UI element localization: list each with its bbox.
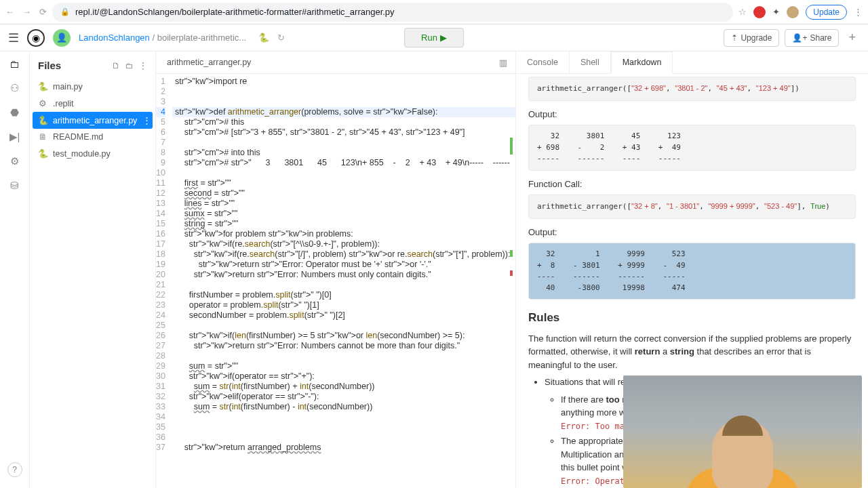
file-item[interactable]: 🐍arithmetic_arranger.py⋮ <box>33 112 153 129</box>
puzzle-icon[interactable]: ✦ <box>772 7 780 17</box>
new-folder-icon[interactable]: 🗀 <box>125 61 134 70</box>
file-item[interactable]: 🗎README.md <box>30 129 155 145</box>
code-block-out2: 32 1 9999 523 + 8 - 3801 + 9999 - 49 ---… <box>528 243 856 300</box>
play-icon: ▶ <box>440 33 447 43</box>
file-type-icon: 🐍 <box>38 81 47 92</box>
file-menu-icon[interactable]: ⋮ <box>142 115 151 125</box>
webcam-overlay <box>623 375 862 488</box>
update-button[interactable]: Update <box>806 5 847 20</box>
share-button[interactable]: 👤+ Share <box>785 29 839 47</box>
code-block-call2: arithmetic_arranger(["32 + 8", "1 - 3801… <box>528 195 856 219</box>
url-bar[interactable]: 🔒 repl.it/@LandonSchlangen/boilerplate-a… <box>52 3 733 22</box>
vcs-icon[interactable]: ⚇ <box>10 82 19 94</box>
file-type-icon: 🗎 <box>38 132 47 142</box>
history-icon[interactable]: ↻ <box>277 33 285 43</box>
star-icon[interactable]: ☆ <box>738 7 747 17</box>
file-name: test_module.py <box>53 149 111 159</box>
function-call-label: Function Call: <box>528 178 856 191</box>
code-area[interactable]: 1234567891011121314151617181920212223242… <box>156 74 515 488</box>
reload-icon[interactable]: ⟳ <box>39 7 47 17</box>
project-name: boilerplate-arithmetic... <box>157 33 247 43</box>
files-panel: Files 🗋 🗀 ⋮ 🐍main.py⚙.replit🐍arithmetic_… <box>30 52 156 488</box>
rules-intro: The function will return the correct con… <box>528 332 856 372</box>
files-icon[interactable]: 🗀 <box>9 58 20 70</box>
files-title: Files <box>38 60 61 71</box>
rules-heading: Rules <box>528 309 856 327</box>
forward-icon[interactable]: → <box>22 7 31 17</box>
tab-console[interactable]: Console <box>516 52 570 73</box>
file-type-icon: 🐍 <box>38 148 47 159</box>
file-name: main.py <box>53 82 83 92</box>
tool-rail: 🗀 ⚇ ⬣ ▶| ⚙ ⛁ ? <box>0 52 30 488</box>
app-header: ☰ ◉ 👤 LandonSchlangen / boilerplate-arit… <box>0 24 868 52</box>
layout-icon[interactable]: ▥ <box>499 58 507 68</box>
run-button[interactable]: Run ▶ <box>404 28 464 47</box>
browser-chrome: ← → ⟳ 🔒 repl.it/@LandonSchlangen/boilerp… <box>0 0 868 24</box>
file-type-icon: 🐍 <box>38 115 47 125</box>
breadcrumb: LandonSchlangen / boilerplate-arithmetic… <box>79 33 246 43</box>
lock-icon: 🔒 <box>60 7 70 16</box>
new-file-icon[interactable]: 🗋 <box>112 61 120 70</box>
output-label-2: Output: <box>528 226 856 239</box>
file-item[interactable]: 🐍main.py <box>30 78 155 95</box>
database-icon[interactable]: ⛁ <box>10 180 19 192</box>
file-type-icon: ⚙ <box>38 98 47 108</box>
code-block-call1: arithmetic_arranger(["32 + 698", "3801 -… <box>528 77 856 101</box>
editor: arithmetic_arranger.py ▥ 123456789101112… <box>156 52 515 488</box>
settings-icon[interactable]: ⚙ <box>10 155 19 167</box>
replit-logo[interactable]: ◉ <box>27 29 45 47</box>
user-link[interactable]: LandonSchlangen <box>79 33 150 43</box>
file-name: .replit <box>53 99 74 108</box>
profile-avatar[interactable] <box>787 6 799 18</box>
file-item[interactable]: ⚙.replit <box>30 95 155 112</box>
tab-shell[interactable]: Shell <box>570 52 611 73</box>
url-text: repl.it/@LandonSchlangen/boilerplate-ari… <box>75 7 395 17</box>
help-icon[interactable]: ? <box>7 462 22 477</box>
python-icon: 🐍 <box>258 33 269 43</box>
output-label-1: Output: <box>528 108 856 121</box>
file-item[interactable]: 🐍test_module.py <box>30 145 155 162</box>
packages-icon[interactable]: ⬣ <box>10 106 19 119</box>
extension-icon-1[interactable] <box>753 6 766 18</box>
back-icon[interactable]: ← <box>5 7 14 17</box>
code-block-out1: 32 3801 45 123 + 698 - 2 + 43 + 49 -----… <box>528 125 856 171</box>
file-name: README.md <box>53 132 103 142</box>
add-icon[interactable]: + <box>844 30 860 45</box>
browser-menu-icon[interactable]: ⋮ <box>854 7 863 17</box>
editor-tab[interactable]: arithmetic_arranger.py <box>164 52 254 73</box>
tab-markdown[interactable]: Markdown <box>611 52 673 74</box>
upgrade-button[interactable]: ⇡ Upgrade <box>724 29 779 47</box>
debug-icon[interactable]: ▶| <box>9 131 20 143</box>
files-menu-icon[interactable]: ⋮ <box>139 61 147 70</box>
file-name: arithmetic_arranger.py <box>53 116 137 125</box>
menu-icon[interactable]: ☰ <box>8 30 19 45</box>
user-avatar[interactable]: 👤 <box>53 29 71 47</box>
